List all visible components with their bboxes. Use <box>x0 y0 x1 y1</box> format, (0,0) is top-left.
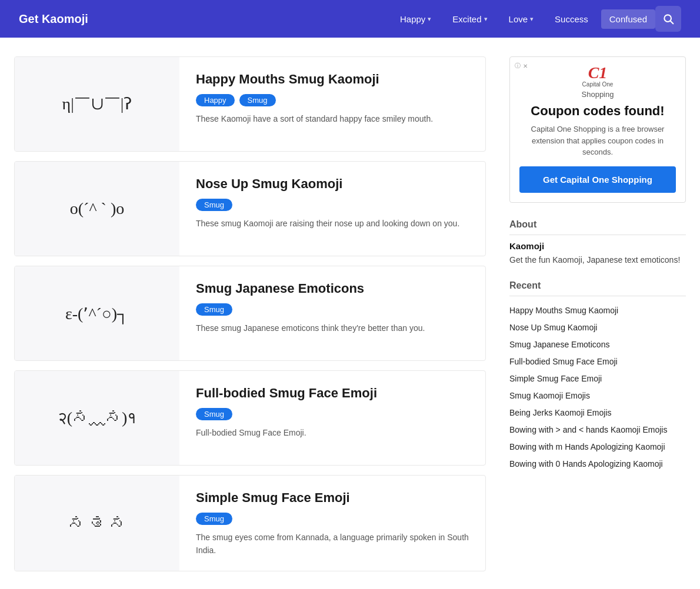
article-thumb: η|￣∪￣|ʔ <box>15 57 179 151</box>
article-card: o(´^ ` )oNose Up Smug KaomojiSmugThese s… <box>14 161 486 256</box>
about-kaomoji-text: Get the fun Kaomoji, Japanese text emoti… <box>509 253 686 266</box>
sidebar-recent-link[interactable]: Bowing with 0 Hands Apologizing Kaomoji <box>509 456 686 473</box>
ad-logo-sub: Shopping <box>582 90 614 99</box>
search-button[interactable] <box>655 6 681 32</box>
recent-links-list: Happy Mouths Smug KaomojiNose Up Smug Ka… <box>509 302 686 473</box>
tag-smug[interactable]: Smug <box>196 513 232 525</box>
tag-happy[interactable]: Happy <box>196 94 235 106</box>
ad-label: ⓘ ✕ <box>515 62 528 70</box>
article-body: Nose Up Smug KaomojiSmugThese smug Kaomo… <box>179 162 476 256</box>
nav-item-confused[interactable]: Confused <box>601 9 655 29</box>
nav-item-happy[interactable]: Happy▾ <box>392 9 439 29</box>
about-kaomoji-title: Kaomoji <box>509 241 686 251</box>
article-thumb: ε-(ʼ^´○)┐ <box>15 266 179 360</box>
ad-cta-button[interactable]: Get Capital One Shopping <box>519 166 676 193</box>
capital-one-logo-svg: C1 Capital One <box>574 66 621 90</box>
nav-item-love[interactable]: Love▾ <box>501 9 542 29</box>
sidebar-recent-link[interactable]: Bowing with > and < hands Kaomoji Emojis <box>509 421 686 439</box>
tag-smug[interactable]: Smug <box>196 303 232 316</box>
article-card: η|￣∪￣|ʔHappy Mouths Smug KaomojiHappySmu… <box>14 56 486 152</box>
site-header: Get Kaomoji Happy▾Excited▾Love▾SuccessCo… <box>0 0 700 38</box>
article-body: Full-bodied Smug Face EmojiSmugFull-bodi… <box>179 371 394 465</box>
article-title[interactable]: Happy Mouths Smug Kaomoji <box>196 71 433 88</box>
article-title[interactable]: Smug Japanese Emoticons <box>196 280 425 297</box>
page-container: η|￣∪￣|ʔHappy Mouths Smug KaomojiHappySmu… <box>0 38 700 589</box>
article-desc: The smug eyes come from Kannada, a langu… <box>196 531 469 557</box>
article-tags: Smug <box>196 303 425 316</box>
article-tags: Smug <box>196 199 459 211</box>
article-body: Happy Mouths Smug KaomojiHappySmugThese … <box>179 57 449 151</box>
article-title[interactable]: Simple Smug Face Emoji <box>196 490 469 507</box>
article-thumb: ಸ ತ ಸ <box>15 476 179 571</box>
article-body: Simple Smug Face EmojiSmugThe smug eyes … <box>179 476 485 571</box>
sidebar-about-section: About Kaomoji Get the fun Kaomoji, Japan… <box>509 219 686 266</box>
sidebar-recent-link[interactable]: Being Jerks Kaomoji Emojis <box>509 404 686 421</box>
article-thumb: o(´^ ` )o <box>15 162 179 256</box>
chevron-down-icon: ▾ <box>530 15 534 23</box>
article-body: Smug Japanese EmoticonsSmugThese smug Ja… <box>179 266 441 360</box>
svg-text:C1: C1 <box>588 66 608 82</box>
article-card: ε-(ʼ^´○)┐Smug Japanese EmoticonsSmugThes… <box>14 266 486 361</box>
tag-smug[interactable]: Smug <box>196 408 232 420</box>
article-title[interactable]: Full-bodied Smug Face Emoji <box>196 385 377 402</box>
article-card: ಸ ತ ಸSimple Smug Face EmojiSmugThe smug … <box>14 475 486 571</box>
nav-item-success[interactable]: Success <box>546 9 596 29</box>
tag-smug[interactable]: Smug <box>196 199 232 211</box>
ad-subtext: Capital One Shopping is a free browser e… <box>519 123 676 158</box>
chevron-down-icon: ▾ <box>428 15 431 23</box>
tag-smug[interactable]: Smug <box>239 94 276 106</box>
about-section-title: About <box>509 219 686 235</box>
svg-text:Capital One: Capital One <box>582 81 614 88</box>
ad-close-icon[interactable]: ✕ <box>523 63 528 69</box>
nav-item-excited[interactable]: Excited▾ <box>444 9 495 29</box>
recent-section-title: Recent <box>509 280 686 296</box>
article-tags: HappySmug <box>196 94 433 106</box>
main-nav: Happy▾Excited▾Love▾SuccessConfused <box>392 9 655 29</box>
main-content: η|￣∪￣|ʔHappy Mouths Smug KaomojiHappySmu… <box>14 56 486 581</box>
sidebar-recent-link[interactable]: Simple Smug Face Emoji <box>509 370 686 387</box>
ad-block: ⓘ ✕ C1 Capital One Shopping Coupon codes… <box>509 56 686 203</box>
svg-line-1 <box>671 21 674 24</box>
ad-logo: C1 Capital One Shopping <box>519 66 676 99</box>
article-desc: These smug Kaomoji are raising their nos… <box>196 217 459 230</box>
sidebar-recent-link[interactable]: Smug Kaomoji Emojis <box>509 387 686 404</box>
article-desc: Full-bodied Smug Face Emoji. <box>196 426 377 439</box>
article-desc: These smug Japanese emoticons think they… <box>196 322 425 334</box>
sidebar-recent-link[interactable]: Full-bodied Smug Face Emoji <box>509 353 686 370</box>
sidebar-recent-link[interactable]: Bowing with m Hands Apologizing Kaomoji <box>509 439 686 456</box>
article-tags: Smug <box>196 513 469 525</box>
article-title[interactable]: Nose Up Smug Kaomoji <box>196 176 459 193</box>
chevron-down-icon: ▾ <box>484 15 488 23</box>
article-card: २(ಸ﹏ಸ)१Full-bodied Smug Face EmojiSmugFu… <box>14 370 486 466</box>
sidebar: ⓘ ✕ C1 Capital One Shopping Coupon codes… <box>509 56 686 581</box>
site-title[interactable]: Get Kaomoji <box>19 12 88 26</box>
sidebar-recent-link[interactable]: Happy Mouths Smug Kaomoji <box>509 302 686 319</box>
sidebar-recent-link[interactable]: Smug Japanese Emoticons <box>509 336 686 353</box>
article-tags: Smug <box>196 408 377 420</box>
ad-info-icon[interactable]: ⓘ <box>515 62 521 70</box>
ad-headline: Coupon codes found! <box>519 103 676 119</box>
article-desc: These Kaomoji have a sort of standard ha… <box>196 112 433 125</box>
sidebar-recent-section: Recent Happy Mouths Smug KaomojiNose Up … <box>509 280 686 473</box>
article-thumb: २(ಸ﹏ಸ)१ <box>15 371 179 465</box>
sidebar-recent-link[interactable]: Nose Up Smug Kaomoji <box>509 319 686 336</box>
